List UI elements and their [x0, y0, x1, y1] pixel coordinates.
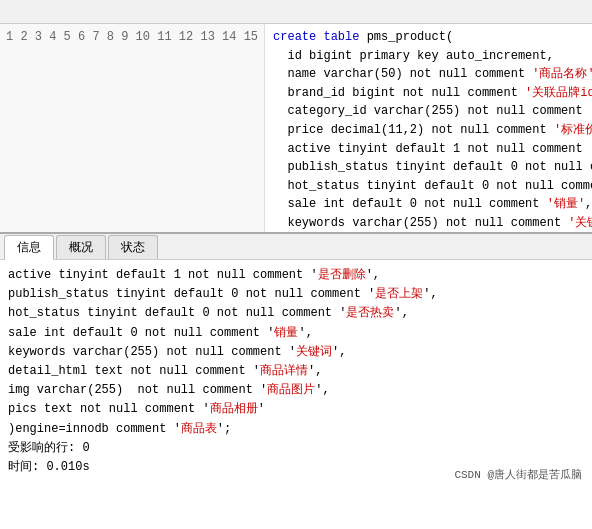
- tab-状态[interactable]: 状态: [108, 235, 158, 259]
- code-content[interactable]: create table pms_product( id bigint prim…: [265, 24, 592, 232]
- output-line: keywords varchar(255) not null comment '…: [8, 343, 584, 362]
- output-line: active tinyint default 1 not null commen…: [8, 266, 584, 285]
- tab-信息[interactable]: 信息: [4, 235, 54, 260]
- output-line: publish_status tinyint default 0 not nul…: [8, 285, 584, 304]
- output-line: pics text not null comment '商品相册': [8, 400, 584, 419]
- output-line: )engine=innodb comment '商品表';: [8, 420, 584, 439]
- output-line: hot_status tinyint default 0 not null co…: [8, 304, 584, 323]
- output-line: 受影响的行: 0: [8, 439, 584, 458]
- code-editor: 1 2 3 4 5 6 7 8 9 10 11 12 13 14 15 crea…: [0, 24, 592, 234]
- line-numbers: 1 2 3 4 5 6 7 8 9 10 11 12 13 14 15: [0, 24, 265, 232]
- tab-概况[interactable]: 概况: [56, 235, 106, 259]
- output-area: active tinyint default 1 not null commen…: [0, 260, 592, 490]
- footer-right: CSDN @唐人街都是苦瓜脑: [454, 466, 582, 484]
- toolbar: [0, 0, 592, 24]
- output-line: sale int default 0 not null comment '销量'…: [8, 324, 584, 343]
- output-line: detail_html text not null comment '商品详情'…: [8, 362, 584, 381]
- output-line: img varchar(255) not null comment '商品图片'…: [8, 381, 584, 400]
- tabs-bar: 信息概况状态: [0, 234, 592, 260]
